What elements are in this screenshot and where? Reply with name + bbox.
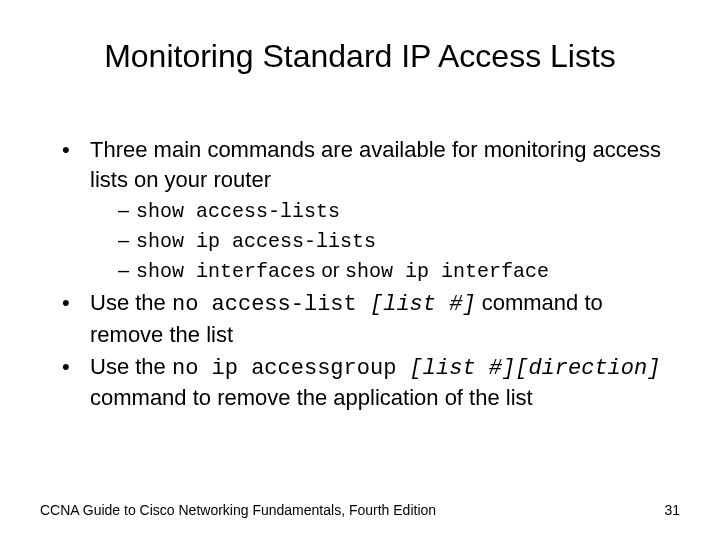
command-arg: [list #][direction] <box>410 356 661 381</box>
sub-list: show access-lists show ip access-lists s… <box>90 196 680 286</box>
command-text: show ip access-lists <box>136 230 376 253</box>
bullet-text: Three main commands are available for mo… <box>90 137 661 192</box>
bullet-item: Use the no ip accessgroup [list #][direc… <box>62 352 680 413</box>
command-text: show access-lists <box>136 200 340 223</box>
bullet-list: Three main commands are available for mo… <box>40 135 680 413</box>
slide: Monitoring Standard IP Access Lists Thre… <box>0 0 720 540</box>
sub-item: show ip access-lists <box>118 226 680 256</box>
bullet-item: Three main commands are available for mo… <box>62 135 680 286</box>
sub-item: show access-lists <box>118 196 680 226</box>
or-text: or <box>316 259 345 281</box>
bullet-item: Use the no access-list [list #] command … <box>62 288 680 349</box>
command-text: no ip accessgroup <box>172 356 410 381</box>
footer-source: CCNA Guide to Cisco Networking Fundament… <box>40 502 436 518</box>
sub-item: show interfaces or show ip interface <box>118 256 680 286</box>
bullet-text: Use the <box>90 354 172 379</box>
page-number: 31 <box>664 502 680 518</box>
command-arg: [list #] <box>370 292 476 317</box>
command-text: show interfaces <box>136 260 316 283</box>
bullet-text: command to remove the application of the… <box>90 385 533 410</box>
footer: CCNA Guide to Cisco Networking Fundament… <box>40 502 680 518</box>
command-text: show ip interface <box>345 260 549 283</box>
bullet-text: Use the <box>90 290 172 315</box>
command-text: no access-list <box>172 292 370 317</box>
slide-title: Monitoring Standard IP Access Lists <box>40 38 680 75</box>
